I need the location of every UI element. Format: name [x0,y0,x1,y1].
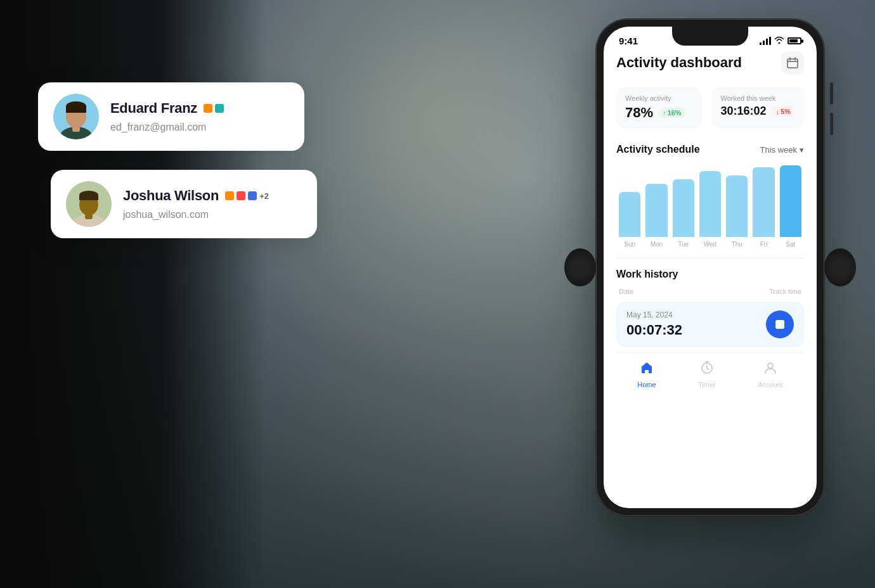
bar-label-mon: Mon [651,241,663,248]
bar-label-sun: Sun [624,241,635,248]
user-cards-container: Eduard Franz ed_franz@gmail.com [38,82,317,238]
avatar-joshua [66,181,112,227]
phone-vol-down-button[interactable] [830,113,833,135]
main-content: Eduard Franz ed_franz@gmail.com [0,0,875,588]
history-time: 00:07:32 [626,322,682,338]
history-date: May 15, 2024 [626,310,682,319]
bar-col-tue: Tue [673,165,694,248]
bar-col-sat: Sat [780,165,801,248]
weekly-activity-label: Weekly activity [625,94,693,102]
work-history-section: Work history Date Track time May 15, 202… [616,269,804,347]
dot-orange-1 [204,104,212,113]
phone-notch [672,27,748,46]
phone-mount-right [824,248,856,286]
signal-bar-1 [760,42,762,45]
bar-col-wed: Wed [699,165,721,248]
weekly-badge-text: 16% [668,109,682,117]
bottom-nav: Home Timer [616,352,804,393]
phone-screen: 9:41 [604,27,817,508]
arrow-up-icon: ↑ [663,109,666,117]
weekly-activity-badge: ↑ 16% [658,108,686,118]
user-email-2: joshua_wilson.com [123,209,302,220]
work-history-col-headers: Date Track time [616,288,804,295]
weekly-activity-value-row: 78% ↑ 16% [625,105,693,121]
dot-teal-1 [215,104,224,113]
dashboard-header: Activity dashboard [616,51,804,74]
history-item-1[interactable]: May 15, 2024 00:07:32 [616,302,804,347]
nav-label-timer: Timer [698,381,716,388]
phone-mount-left [564,248,596,286]
section-divider [616,258,804,259]
bar-col-thu: Thu [726,165,748,248]
bar-fri [753,167,774,238]
stop-icon [775,320,784,329]
bar-col-mon: Mon [645,165,667,248]
phone-container: 9:41 [596,19,824,516]
bar-label-wed: Wed [704,241,716,248]
phone-vol-up-button[interactable] [830,82,833,105]
user-email-1: ed_franz@gmail.com [110,122,289,133]
svg-point-17 [768,363,773,368]
work-history-title: Work history [616,269,678,280]
dot-orange-2 [225,191,234,200]
nav-item-home[interactable]: Home [637,361,656,388]
nav-item-timer[interactable]: Timer [698,361,716,388]
svg-rect-7 [66,106,86,113]
weekly-activity-card: Weekly activity 78% ↑ 16% [616,87,702,129]
nav-item-account[interactable]: Account [758,361,783,388]
bar-col-sun: Sun [619,165,640,248]
user-info-2: Joshua Wilson +2 joshua_wilson.com [123,188,302,220]
dot-red-2 [237,191,245,200]
wifi-icon [774,36,784,46]
worked-this-week-label: Worked this week [721,94,795,102]
bar-label-thu: Thu [732,241,742,248]
home-icon [640,361,654,378]
dashboard-title: Activity dashboard [616,54,742,71]
bar-sat [780,165,801,237]
track-time-col-header: Track time [769,288,801,295]
bar-mon [645,184,667,238]
user-name-1: Eduard Franz [110,100,197,117]
account-icon [763,361,777,378]
nav-label-account: Account [758,381,783,388]
signal-bar-4 [769,37,771,45]
user-name-row-1: Eduard Franz [110,100,289,117]
phone-frame: 9:41 [596,19,824,516]
worked-this-week-card: Worked this week 30:16:02 ↓ 5% [712,87,804,129]
user-name-2: Joshua Wilson [123,188,219,204]
plus-badge-2: +2 [259,191,269,201]
bar-sun [619,192,640,238]
signal-bar-3 [766,39,768,45]
bar-wed [699,171,721,237]
worked-badge-text: 5% [781,108,791,115]
svg-rect-14 [79,195,98,200]
bar-label-tue: Tue [678,241,689,248]
history-item-info: May 15, 2024 00:07:32 [626,310,682,338]
app-content: Activity dashboard Weekly activity [604,51,817,406]
week-selector-text: This week [760,145,797,155]
stats-row: Weekly activity 78% ↑ 16% Worked this we… [616,87,804,129]
color-dots-1 [204,104,224,113]
nav-label-home: Home [637,381,656,388]
user-card-1[interactable]: Eduard Franz ed_franz@gmail.com [38,82,304,151]
user-name-row-2: Joshua Wilson +2 [123,188,302,204]
user-card-2[interactable]: Joshua Wilson +2 joshua_wilson.com [51,170,317,238]
week-selector[interactable]: This week ▾ [760,145,804,155]
bar-label-sat: Sat [786,241,795,248]
stop-timer-button[interactable] [766,310,794,338]
work-history-header: Work history [616,269,804,280]
color-dots-2: +2 [225,191,269,201]
calendar-button[interactable] [781,51,804,74]
signal-bar-2 [763,41,765,45]
worked-this-week-value-row: 30:16:02 ↓ 5% [721,105,795,118]
timer-icon [700,361,714,378]
weekly-activity-value: 78% [625,105,653,121]
bar-tue [673,179,694,237]
user-info-1: Eduard Franz ed_franz@gmail.com [110,100,289,133]
signal-bars-icon [760,37,771,45]
worked-this-week-value: 30:16:02 [721,105,767,118]
arrow-down-icon: ↓ [776,108,780,115]
bar-label-fri: Fri [760,241,768,248]
worked-this-week-badge: ↓ 5% [772,106,795,117]
activity-schedule-header: Activity schedule This week ▾ [616,144,804,155]
